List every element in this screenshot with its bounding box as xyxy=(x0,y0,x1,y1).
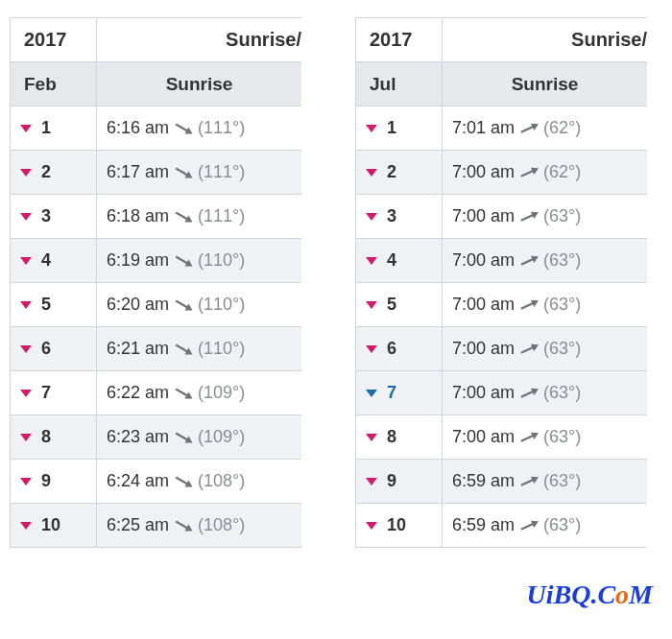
sunrise-azimuth: (62°) xyxy=(543,118,581,137)
azimuth-arrow-icon xyxy=(171,341,196,358)
svg-line-14 xyxy=(176,434,188,441)
expand-icon[interactable] xyxy=(366,478,377,485)
expand-icon[interactable] xyxy=(20,257,32,265)
sunrise-time: 7:00 am xyxy=(452,162,515,181)
sunrise-time: 6:19 am xyxy=(107,250,169,270)
day-number: 4 xyxy=(41,250,51,270)
table-row[interactable]: 86:23 am(109°) xyxy=(11,415,302,460)
table-row[interactable]: 77:00 am(63°) xyxy=(356,371,648,415)
table-row[interactable]: 96:59 am(63°) xyxy=(356,460,648,504)
sunrise-cell: 6:16 am(111°) xyxy=(97,106,302,151)
azimuth-arrow-icon xyxy=(171,296,196,314)
sunrise-time: 7:00 am xyxy=(452,206,515,225)
expand-icon[interactable] xyxy=(20,301,32,309)
table-row[interactable]: 57:00 am(63°) xyxy=(356,283,648,327)
day-cell[interactable]: 10 xyxy=(356,504,443,548)
day-cell[interactable]: 6 xyxy=(11,327,97,371)
day-cell[interactable]: 7 xyxy=(11,371,97,415)
table-row[interactable]: 16:16 am(111°) xyxy=(11,106,302,151)
day-cell[interactable]: 5 xyxy=(356,283,443,327)
day-cell[interactable]: 3 xyxy=(356,195,443,239)
expand-icon[interactable] xyxy=(20,169,32,177)
expand-icon[interactable] xyxy=(366,390,377,397)
sunrise-azimuth: (63°) xyxy=(543,471,581,490)
sunrise-azimuth: (109°) xyxy=(198,383,245,402)
expand-icon[interactable] xyxy=(20,213,32,221)
table-row[interactable]: 106:59 am(63°) xyxy=(356,504,648,548)
svg-line-36 xyxy=(521,480,535,485)
table-row[interactable]: 96:24 am(108°) xyxy=(11,460,302,504)
expand-icon[interactable] xyxy=(20,345,32,353)
expand-icon[interactable] xyxy=(366,522,377,530)
expand-icon[interactable] xyxy=(20,390,32,397)
table-row[interactable]: 56:20 am(110°) xyxy=(11,283,302,327)
expand-icon[interactable] xyxy=(366,257,377,265)
day-number: 8 xyxy=(387,427,396,446)
expand-icon[interactable] xyxy=(366,301,377,309)
table-row[interactable]: 26:17 am(111°) xyxy=(11,151,302,195)
day-number: 10 xyxy=(41,515,60,534)
sunrise-time: 7:00 am xyxy=(452,383,515,402)
day-cell[interactable]: 8 xyxy=(356,415,443,460)
sunrise-cell: 6:21 am(110°) xyxy=(97,327,302,371)
expand-icon[interactable] xyxy=(20,125,32,132)
day-cell[interactable]: 5 xyxy=(11,283,97,327)
svg-line-34 xyxy=(521,436,535,441)
expand-icon[interactable] xyxy=(366,434,377,441)
day-cell[interactable]: 3 xyxy=(11,195,97,239)
sunrise-time: 6:20 am xyxy=(107,295,169,314)
svg-marker-7 xyxy=(185,260,195,270)
day-number: 3 xyxy=(387,206,396,225)
day-cell[interactable]: 8 xyxy=(11,415,97,460)
day-cell[interactable]: 9 xyxy=(11,460,97,504)
svg-line-30 xyxy=(521,347,535,353)
day-cell[interactable]: 10 xyxy=(11,504,97,548)
table-row[interactable]: 46:19 am(110°) xyxy=(11,239,302,283)
table-row[interactable]: 106:25 am(108°) xyxy=(11,504,302,548)
day-number: 1 xyxy=(387,118,396,137)
table-row[interactable]: 36:18 am(111°) xyxy=(11,195,302,239)
sunrise-col-header: Sunrise xyxy=(97,62,302,106)
expand-icon[interactable] xyxy=(20,478,32,485)
day-cell[interactable]: 4 xyxy=(356,239,443,283)
svg-marker-27 xyxy=(531,253,540,263)
expand-icon[interactable] xyxy=(366,345,377,353)
day-cell[interactable]: 7 xyxy=(356,371,443,415)
azimuth-arrow-icon xyxy=(171,429,196,446)
svg-line-16 xyxy=(176,478,188,485)
expand-icon[interactable] xyxy=(366,125,377,132)
svg-marker-5 xyxy=(185,216,195,225)
table-row[interactable]: 66:21 am(110°) xyxy=(11,327,302,371)
day-cell[interactable]: 9 xyxy=(356,460,443,504)
day-number: 1 xyxy=(41,118,51,137)
sunrise-azimuth: (109°) xyxy=(198,427,245,446)
table-row[interactable]: 17:01 am(62°) xyxy=(356,106,648,151)
day-cell[interactable]: 2 xyxy=(356,151,443,195)
day-cell[interactable]: 1 xyxy=(11,106,97,151)
table-row[interactable]: 67:00 am(63°) xyxy=(356,327,648,371)
day-cell[interactable]: 2 xyxy=(11,151,97,195)
svg-line-12 xyxy=(176,390,188,397)
table-row[interactable]: 37:00 am(63°) xyxy=(356,195,648,239)
svg-marker-9 xyxy=(185,304,195,314)
day-cell[interactable]: 6 xyxy=(356,327,443,371)
expand-icon[interactable] xyxy=(20,522,32,530)
sunrise-azimuth: (111°) xyxy=(198,162,245,181)
svg-line-24 xyxy=(521,215,535,221)
sunrise-time: 7:00 am xyxy=(452,339,515,358)
expand-icon[interactable] xyxy=(20,434,32,441)
expand-icon[interactable] xyxy=(366,213,377,221)
sunrise-cell: 7:00 am(63°) xyxy=(443,327,648,371)
table-row[interactable]: 27:00 am(62°) xyxy=(356,151,648,195)
sunrise-cell: 6:22 am(109°) xyxy=(97,371,302,415)
svg-marker-19 xyxy=(185,525,195,534)
sunrise-time: 6:18 am xyxy=(107,206,169,225)
day-cell[interactable]: 4 xyxy=(11,239,97,283)
table-row[interactable]: 47:00 am(63°) xyxy=(356,239,648,283)
sunrise-time: 6:59 am xyxy=(452,515,515,534)
table-row[interactable]: 76:22 am(109°) xyxy=(11,371,302,415)
day-cell[interactable]: 1 xyxy=(356,106,443,151)
day-number: 3 xyxy=(41,206,51,225)
table-row[interactable]: 87:00 am(63°) xyxy=(356,415,648,460)
expand-icon[interactable] xyxy=(366,169,377,177)
